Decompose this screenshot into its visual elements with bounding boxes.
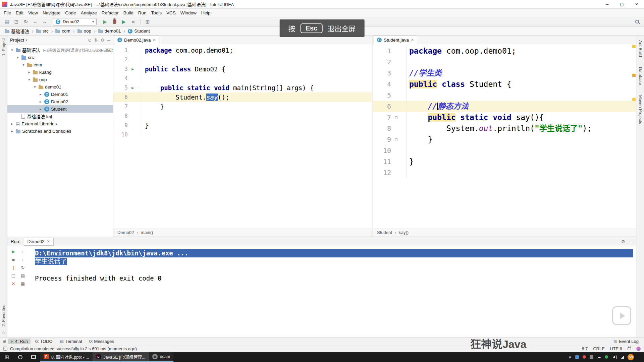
search-button[interactable]: [13, 352, 27, 362]
tree-item[interactable]: ▾基础语法 F:\班级管理\网课班\代码\JavaSE\基础语法: [7, 46, 113, 54]
run-button[interactable]: ▶: [101, 18, 109, 26]
tree-item[interactable]: ▾com: [7, 61, 113, 68]
tree-arrow-icon[interactable]: ▾: [10, 48, 14, 52]
toolbutton-maven-projects[interactable]: Maven Projects: [638, 95, 643, 124]
tree-arrow-icon[interactable]: ▾: [33, 85, 37, 89]
tree-arrow-icon[interactable]: ▸: [10, 122, 14, 126]
status-message[interactable]: Compilation completed successfully in 2 …: [10, 346, 137, 351]
breadcrumb-item[interactable]: oop: [76, 28, 93, 34]
taskbar-app-ppt[interactable]: P8. 面向对象.pptx - ...: [40, 352, 93, 362]
tree-item[interactable]: ▸CDemo01: [7, 90, 113, 98]
run-tab-demo02[interactable]: Demo02 ✕: [24, 238, 54, 246]
tree-arrow-icon[interactable]: ▸: [39, 100, 43, 104]
notifications-icon[interactable]: [636, 347, 641, 351]
breadcrumb-item[interactable]: 基础语法: [3, 27, 31, 35]
tree-item[interactable]: ▸Scratches and Consoles: [7, 127, 113, 135]
tab-demo02-java[interactable]: C Demo02.java ✕: [114, 36, 159, 44]
locate-icon[interactable]: ⊙: [88, 38, 92, 43]
lock-icon[interactable]: [628, 347, 631, 350]
tray-battery-badge[interactable]: 59: [628, 354, 634, 360]
collapse-all-icon[interactable]: ⇅: [94, 38, 98, 43]
console-line[interactable]: D:\Environment\jdk8\jdk\bin\java.exe ...: [35, 249, 633, 257]
stop-process-button[interactable]: ■: [12, 257, 15, 262]
menu-item-code[interactable]: Code: [63, 10, 78, 16]
search-everywhere-button[interactable]: [633, 18, 641, 26]
toolwindow-button-0-messages[interactable]: 0: Messages: [87, 339, 117, 344]
breadcrumb-item[interactable]: src: [35, 28, 50, 34]
tree-arrow-icon[interactable]: ▸: [39, 107, 43, 111]
close-icon[interactable]: ✕: [153, 38, 156, 42]
menu-item-analyze[interactable]: Analyze: [78, 10, 99, 16]
tray-network-icon[interactable]: ◢: [621, 355, 624, 359]
chevron-down-icon[interactable]: ▾: [25, 38, 27, 42]
menu-item-navigate[interactable]: Navigate: [40, 10, 63, 16]
taskbar-app-ocam[interactable]: ocam: [149, 352, 174, 362]
tree-arrow-icon[interactable]: ▸: [27, 70, 31, 74]
toolbutton-database[interactable]: Database: [638, 67, 643, 85]
caret-position[interactable]: 6:7: [582, 346, 588, 351]
toolwindow-button-event-log[interactable]: ▥Event Log: [611, 339, 641, 344]
hide-panel-icon[interactable]: ─: [629, 239, 633, 244]
settings-gear-icon[interactable]: ⚙: [621, 239, 626, 244]
run-line-icon[interactable]: ▶: [131, 83, 134, 93]
toolbutton-project[interactable]: 1: Project: [1, 38, 6, 56]
menu-item-help[interactable]: Help: [199, 10, 213, 16]
tree-arrow-icon[interactable]: ▸: [39, 92, 43, 97]
tree-item[interactable]: ▸CDemo02: [7, 98, 113, 105]
clear-all-button[interactable]: ▦: [21, 281, 25, 286]
soft-wrap-button[interactable]: ↻: [21, 265, 25, 270]
tree-arrow-icon[interactable]: ▾: [16, 55, 20, 60]
hide-panel-icon[interactable]: ─: [107, 38, 110, 43]
editor-breadcrumb-item[interactable]: say(): [399, 230, 409, 235]
toolwindow-button-terminal[interactable]: ▤Terminal: [57, 339, 85, 344]
toolwindow-button-6-todo[interactable]: 6: TODO: [33, 339, 55, 344]
tree-arrow-icon[interactable]: ▾: [27, 77, 31, 82]
menu-item-vcs[interactable]: VCS: [164, 10, 178, 16]
tree-item[interactable]: ▸▤External Libraries: [7, 120, 113, 127]
line-ending-selector[interactable]: CRLF: [593, 346, 604, 351]
tree-arrow-icon[interactable]: ▾: [21, 63, 25, 67]
scroll-up-button[interactable]: ↑: [22, 249, 24, 254]
tray-app-icon[interactable]: [575, 355, 579, 359]
tree-item[interactable]: ▸kuang: [7, 68, 113, 76]
start-button[interactable]: ⊞: [0, 352, 13, 362]
close-button[interactable]: ✕: [629, 0, 644, 8]
print-button[interactable]: ▤: [21, 273, 25, 278]
scroll-down-button[interactable]: ↓: [22, 257, 24, 262]
breadcrumb-item[interactable]: com: [54, 28, 72, 34]
toolbutton-favorites[interactable]: 2: Favorites: [1, 305, 6, 326]
breadcrumb-item[interactable]: CStudent: [126, 28, 151, 34]
menu-item-run[interactable]: Run: [136, 10, 149, 16]
fold-icon[interactable]: □: [395, 134, 397, 145]
rerun-button[interactable]: ▶: [12, 249, 15, 254]
close-icon[interactable]: ✕: [411, 38, 414, 42]
console-line[interactable]: Process finished with exit code 0: [35, 274, 636, 283]
task-view-button[interactable]: [27, 352, 40, 362]
project-panel-title[interactable]: Project: [10, 38, 24, 43]
tray-record-icon[interactable]: [583, 355, 586, 359]
run-with-coverage-button[interactable]: ▶: [119, 18, 128, 26]
code-area-student[interactable]: 1package com.oop.demo01;23//学生类4public c…: [373, 44, 636, 228]
menu-item-tools[interactable]: Tools: [149, 10, 164, 16]
editor-breadcrumb-item[interactable]: Student: [377, 230, 392, 235]
tree-item[interactable]: ▾demo01: [7, 83, 113, 90]
tree-item[interactable]: ▾src: [7, 54, 113, 61]
tray-cloud-icon[interactable]: ☁: [597, 355, 601, 359]
build-icon[interactable]: ⊞: [143, 18, 152, 26]
save-all-icon[interactable]: ⊡: [12, 18, 21, 26]
tray-shield-icon[interactable]: [605, 355, 608, 359]
editor-breadcrumb-item[interactable]: main(): [141, 230, 153, 235]
menu-item-refactor[interactable]: Refactor: [99, 10, 121, 16]
fold-icon[interactable]: −: [135, 83, 137, 93]
editor-breadcrumb-item[interactable]: Demo02: [117, 230, 134, 235]
settings-gear-icon[interactable]: ⚙: [101, 38, 105, 43]
menu-item-view[interactable]: View: [26, 10, 40, 16]
pause-output-button[interactable]: ∥: [12, 265, 15, 270]
sync-icon[interactable]: ↻: [21, 18, 30, 26]
toolwindow-button-4-run[interactable]: ▶4: Run: [8, 339, 31, 344]
run-console-output[interactable]: D:\Environment\jdk8\jdk\bin\java.exe ...…: [27, 246, 636, 337]
close-console-button[interactable]: ✕: [12, 281, 15, 286]
debug-button[interactable]: [110, 18, 119, 26]
open-icon[interactable]: ▤: [3, 18, 11, 26]
toolwindow-switcher-icon[interactable]: ⊞: [3, 339, 6, 344]
